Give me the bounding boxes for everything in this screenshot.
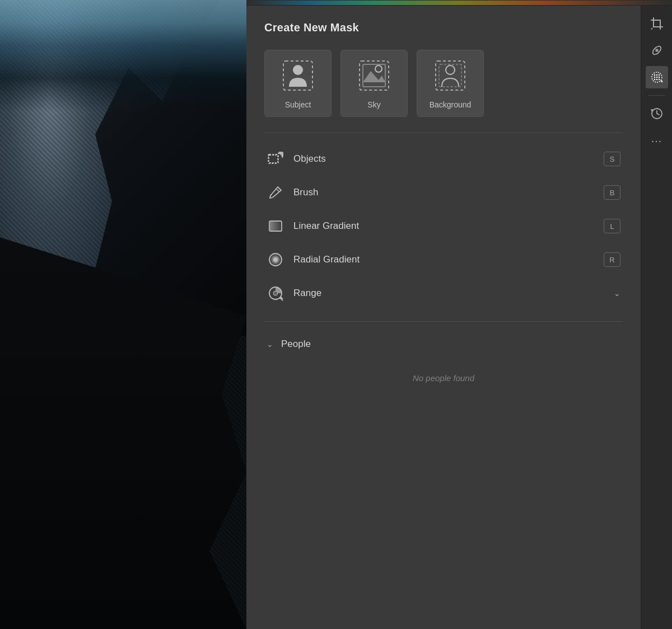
svg-point-27	[654, 74, 655, 76]
svg-point-21	[273, 291, 278, 295]
range-icon	[267, 284, 284, 302]
mask-button[interactable]	[646, 66, 668, 88]
svg-point-32	[658, 77, 659, 78]
svg-point-19	[273, 257, 278, 262]
objects-label: Objects	[293, 153, 604, 165]
background-label: Background	[430, 100, 472, 109]
svg-point-4	[375, 65, 382, 72]
panel-title: Create New Mask	[264, 21, 623, 34]
sky-button[interactable]: Sky	[340, 50, 408, 117]
subject-icon	[280, 58, 316, 93]
photo-panel	[0, 0, 246, 629]
radial-gradient-label: Radial Gradient	[293, 254, 604, 265]
more-dots-icon: ···	[651, 134, 662, 147]
section-divider-2	[264, 321, 623, 322]
svg-point-33	[654, 79, 655, 80]
section-divider-1	[264, 133, 623, 133]
svg-point-30	[654, 77, 655, 78]
range-label: Range	[293, 288, 609, 299]
range-tool[interactable]: Range ⌄	[264, 276, 623, 310]
linear-gradient-label: Linear Gradient	[293, 220, 604, 232]
svg-point-35	[658, 79, 659, 80]
linear-gradient-tool[interactable]: Linear Gradient L	[264, 209, 623, 243]
tool-list: Objects S Brush B	[264, 138, 623, 314]
subject-button[interactable]: Subject	[264, 50, 332, 117]
svg-point-28	[656, 74, 657, 76]
people-header[interactable]: ⌄ People	[264, 333, 623, 355]
linear-gradient-icon	[267, 217, 284, 235]
history-button[interactable]	[646, 102, 668, 125]
toolbar-separator-1	[648, 95, 665, 96]
background-icon	[432, 58, 468, 93]
svg-point-29	[658, 74, 659, 76]
objects-tool[interactable]: Objects S	[264, 142, 623, 176]
svg-rect-8	[269, 155, 278, 163]
svg-line-13	[276, 189, 279, 192]
range-chevron-icon: ⌄	[614, 289, 620, 298]
radial-gradient-shortcut: R	[604, 252, 620, 267]
mask-icons-row: Subject S	[264, 50, 623, 117]
sky-label: Sky	[367, 100, 380, 109]
background-button[interactable]: Background	[417, 50, 484, 117]
svg-rect-9	[268, 154, 278, 163]
radial-gradient-tool[interactable]: Radial Gradient R	[264, 243, 623, 276]
people-section: ⌄ People No people found	[264, 328, 623, 398]
people-title: People	[281, 339, 311, 350]
sky-icon	[356, 58, 392, 93]
histogram-bar	[246, 0, 672, 6]
people-collapse-icon: ⌄	[267, 340, 273, 349]
svg-point-1	[293, 65, 303, 75]
objects-icon	[267, 150, 284, 168]
objects-shortcut: S	[604, 152, 620, 166]
no-people-message: No people found	[264, 355, 623, 394]
mask-panel: Create New Mask Subject	[246, 6, 641, 629]
right-toolbar: ···	[641, 6, 672, 629]
radial-gradient-icon	[267, 251, 284, 269]
linear-gradient-shortcut: L	[604, 219, 620, 233]
svg-point-34	[656, 79, 657, 80]
svg-point-6	[446, 65, 455, 74]
heal-button[interactable]	[646, 39, 668, 62]
main-content: Create New Mask Subject	[246, 0, 672, 629]
svg-rect-15	[269, 221, 282, 231]
brush-icon	[267, 184, 284, 201]
brush-tool[interactable]: Brush B	[264, 176, 623, 209]
subject-label: Subject	[285, 100, 311, 109]
more-button[interactable]: ···	[646, 129, 668, 152]
crop-button[interactable]	[646, 12, 668, 35]
svg-point-31	[656, 77, 657, 78]
brush-shortcut: B	[604, 185, 620, 200]
brush-label: Brush	[293, 187, 604, 198]
